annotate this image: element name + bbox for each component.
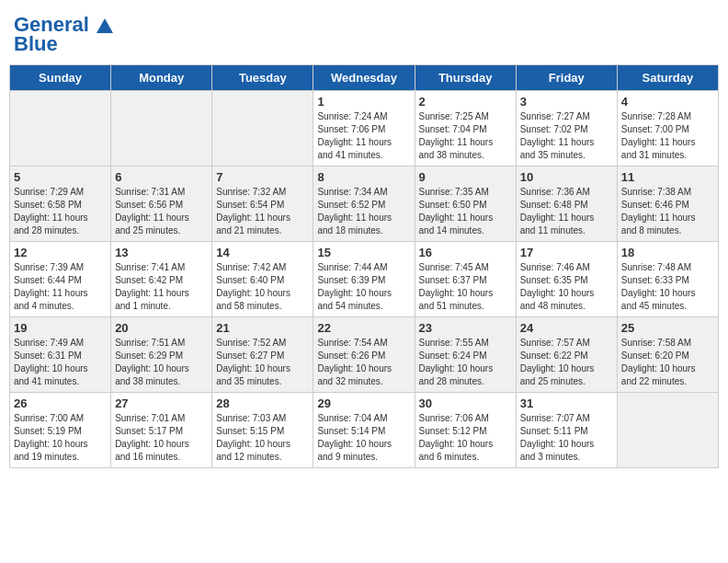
day-info: Sunrise: 7:46 AM Sunset: 6:35 PM Dayligh…	[520, 261, 613, 313]
day-number: 11	[621, 170, 714, 184]
day-info: Sunrise: 7:38 AM Sunset: 6:46 PM Dayligh…	[621, 186, 714, 237]
day-number: 14	[216, 246, 309, 259]
calendar-table: SundayMondayTuesdayWednesdayThursdayFrid…	[9, 64, 719, 468]
day-info: Sunrise: 7:36 AM Sunset: 6:48 PM Dayligh…	[520, 186, 613, 237]
day-info: Sunrise: 7:51 AM Sunset: 6:29 PM Dayligh…	[115, 337, 208, 388]
day-info: Sunrise: 7:31 AM Sunset: 6:56 PM Dayligh…	[115, 186, 208, 237]
day-info: Sunrise: 7:24 AM Sunset: 7:06 PM Dayligh…	[317, 110, 410, 162]
day-number: 22	[317, 321, 410, 335]
calendar-header-monday: Monday	[111, 65, 212, 91]
calendar-cell: 29Sunrise: 7:04 AM Sunset: 5:14 PM Dayli…	[313, 393, 415, 468]
calendar-cell: 10Sunrise: 7:36 AM Sunset: 6:48 PM Dayli…	[516, 167, 617, 242]
day-number: 18	[621, 246, 714, 259]
day-number: 7	[216, 170, 309, 184]
day-info: Sunrise: 7:39 AM Sunset: 6:44 PM Dayligh…	[14, 261, 107, 313]
calendar-week-2: 5Sunrise: 7:29 AM Sunset: 6:58 PM Daylig…	[10, 167, 719, 242]
day-info: Sunrise: 7:42 AM Sunset: 6:40 PM Dayligh…	[216, 261, 309, 313]
day-info: Sunrise: 7:52 AM Sunset: 6:27 PM Dayligh…	[216, 337, 309, 388]
calendar-cell: 1Sunrise: 7:24 AM Sunset: 7:06 PM Daylig…	[313, 91, 415, 167]
calendar-week-3: 12Sunrise: 7:39 AM Sunset: 6:44 PM Dayli…	[10, 242, 719, 317]
svg-marker-0	[97, 18, 113, 33]
day-info: Sunrise: 7:29 AM Sunset: 6:58 PM Dayligh…	[14, 186, 107, 237]
calendar-header-row: SundayMondayTuesdayWednesdayThursdayFrid…	[10, 65, 719, 91]
day-number: 3	[520, 95, 613, 109]
day-info: Sunrise: 7:54 AM Sunset: 6:26 PM Dayligh…	[317, 337, 410, 388]
calendar-cell: 12Sunrise: 7:39 AM Sunset: 6:44 PM Dayli…	[10, 242, 111, 317]
calendar-cell: 24Sunrise: 7:57 AM Sunset: 6:22 PM Dayli…	[516, 317, 617, 393]
calendar-cell: 30Sunrise: 7:06 AM Sunset: 5:12 PM Dayli…	[415, 393, 516, 468]
day-info: Sunrise: 7:01 AM Sunset: 5:17 PM Dayligh…	[115, 412, 208, 464]
day-number: 30	[419, 396, 512, 410]
day-number: 26	[14, 396, 107, 410]
day-number: 9	[419, 170, 512, 184]
day-number: 10	[520, 170, 613, 184]
day-info: Sunrise: 7:35 AM Sunset: 6:50 PM Dayligh…	[419, 186, 512, 237]
day-number: 21	[216, 321, 309, 335]
day-number: 4	[621, 95, 714, 109]
calendar-cell	[212, 91, 313, 167]
calendar-header-wednesday: Wednesday	[313, 65, 415, 91]
calendar-header-saturday: Saturday	[617, 65, 718, 91]
day-info: Sunrise: 7:03 AM Sunset: 5:15 PM Dayligh…	[216, 412, 309, 464]
day-info: Sunrise: 7:57 AM Sunset: 6:22 PM Dayligh…	[520, 337, 613, 388]
calendar-week-5: 26Sunrise: 7:00 AM Sunset: 5:19 PM Dayli…	[10, 393, 719, 468]
day-number: 12	[14, 246, 107, 259]
calendar-cell: 28Sunrise: 7:03 AM Sunset: 5:15 PM Dayli…	[212, 393, 313, 468]
day-info: Sunrise: 7:44 AM Sunset: 6:39 PM Dayligh…	[317, 261, 410, 313]
day-info: Sunrise: 7:07 AM Sunset: 5:11 PM Dayligh…	[520, 412, 613, 464]
day-info: Sunrise: 7:32 AM Sunset: 6:54 PM Dayligh…	[216, 186, 309, 237]
day-number: 8	[317, 170, 410, 184]
calendar-cell: 19Sunrise: 7:49 AM Sunset: 6:31 PM Dayli…	[10, 317, 111, 393]
calendar-cell: 4Sunrise: 7:28 AM Sunset: 7:00 PM Daylig…	[617, 91, 718, 167]
day-number: 15	[317, 246, 410, 259]
day-info: Sunrise: 7:06 AM Sunset: 5:12 PM Dayligh…	[419, 412, 512, 464]
day-info: Sunrise: 7:55 AM Sunset: 6:24 PM Dayligh…	[419, 337, 512, 388]
day-number: 6	[115, 170, 208, 184]
calendar-cell: 6Sunrise: 7:31 AM Sunset: 6:56 PM Daylig…	[111, 167, 212, 242]
logo: General Blue	[14, 14, 113, 56]
day-info: Sunrise: 7:27 AM Sunset: 7:02 PM Dayligh…	[520, 110, 613, 162]
calendar-cell: 23Sunrise: 7:55 AM Sunset: 6:24 PM Dayli…	[415, 317, 516, 393]
calendar-cell: 22Sunrise: 7:54 AM Sunset: 6:26 PM Dayli…	[313, 317, 415, 393]
calendar-cell: 9Sunrise: 7:35 AM Sunset: 6:50 PM Daylig…	[415, 167, 516, 242]
calendar-cell: 14Sunrise: 7:42 AM Sunset: 6:40 PM Dayli…	[212, 242, 313, 317]
calendar-header-thursday: Thursday	[415, 65, 516, 91]
day-info: Sunrise: 7:28 AM Sunset: 7:00 PM Dayligh…	[621, 110, 714, 162]
day-number: 13	[115, 246, 208, 259]
calendar-header-sunday: Sunday	[10, 65, 111, 91]
day-number: 16	[419, 246, 512, 259]
page-header: General Blue	[9, 9, 719, 61]
day-number: 1	[317, 95, 410, 109]
calendar-cell: 13Sunrise: 7:41 AM Sunset: 6:42 PM Dayli…	[111, 242, 212, 317]
day-number: 19	[14, 321, 107, 335]
calendar-cell: 20Sunrise: 7:51 AM Sunset: 6:29 PM Dayli…	[111, 317, 212, 393]
day-number: 29	[317, 396, 410, 410]
day-info: Sunrise: 7:49 AM Sunset: 6:31 PM Dayligh…	[14, 337, 107, 388]
day-number: 20	[115, 321, 208, 335]
calendar-cell: 21Sunrise: 7:52 AM Sunset: 6:27 PM Dayli…	[212, 317, 313, 393]
calendar-cell: 8Sunrise: 7:34 AM Sunset: 6:52 PM Daylig…	[313, 167, 415, 242]
calendar-cell: 11Sunrise: 7:38 AM Sunset: 6:46 PM Dayli…	[617, 167, 718, 242]
calendar-cell	[10, 91, 111, 167]
day-number: 24	[520, 321, 613, 335]
calendar-cell: 7Sunrise: 7:32 AM Sunset: 6:54 PM Daylig…	[212, 167, 313, 242]
day-info: Sunrise: 7:58 AM Sunset: 6:20 PM Dayligh…	[621, 337, 714, 388]
calendar-cell: 25Sunrise: 7:58 AM Sunset: 6:20 PM Dayli…	[617, 317, 718, 393]
calendar-cell: 26Sunrise: 7:00 AM Sunset: 5:19 PM Dayli…	[10, 393, 111, 468]
calendar-cell: 18Sunrise: 7:48 AM Sunset: 6:33 PM Dayli…	[617, 242, 718, 317]
day-number: 17	[520, 246, 613, 259]
calendar-week-1: 1Sunrise: 7:24 AM Sunset: 7:06 PM Daylig…	[10, 91, 719, 167]
calendar-header-friday: Friday	[516, 65, 617, 91]
day-number: 27	[115, 396, 208, 410]
day-number: 28	[216, 396, 309, 410]
day-info: Sunrise: 7:25 AM Sunset: 7:04 PM Dayligh…	[419, 110, 512, 162]
day-number: 31	[520, 396, 613, 410]
calendar-cell: 17Sunrise: 7:46 AM Sunset: 6:35 PM Dayli…	[516, 242, 617, 317]
day-number: 25	[621, 321, 714, 335]
calendar-cell: 3Sunrise: 7:27 AM Sunset: 7:02 PM Daylig…	[516, 91, 617, 167]
calendar-cell	[617, 393, 718, 468]
calendar-cell: 16Sunrise: 7:45 AM Sunset: 6:37 PM Dayli…	[415, 242, 516, 317]
day-info: Sunrise: 7:04 AM Sunset: 5:14 PM Dayligh…	[317, 412, 410, 464]
day-info: Sunrise: 7:48 AM Sunset: 6:33 PM Dayligh…	[621, 261, 714, 313]
day-number: 23	[419, 321, 512, 335]
